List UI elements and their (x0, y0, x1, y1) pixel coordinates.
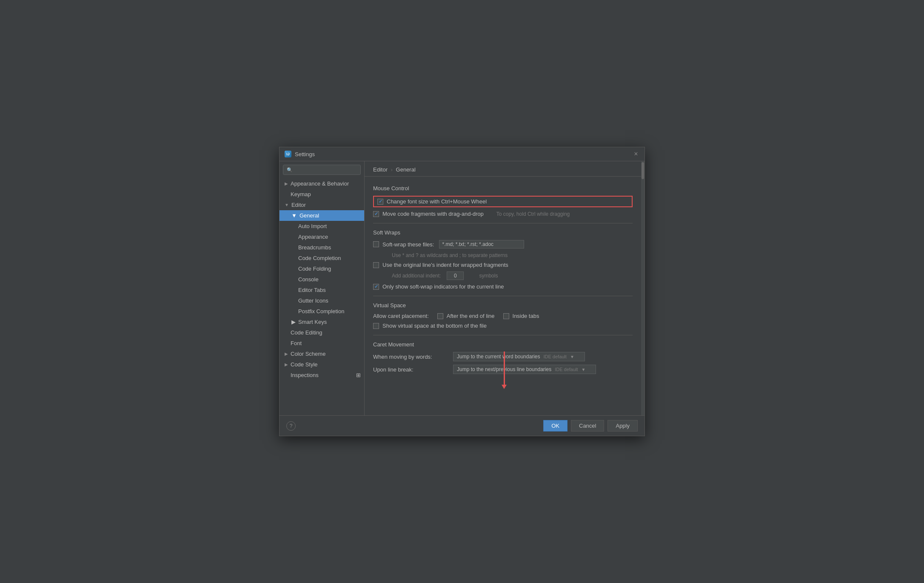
sidebar-item-label: Editor (291, 202, 306, 208)
checkbox-change-font-size[interactable] (377, 199, 383, 205)
title-bar-left: IJ Settings (285, 151, 315, 157)
hint-text-soft-wrap: Use * and ? as wildcards and ; to separa… (392, 252, 508, 258)
sidebar-item-code-style[interactable]: ▶ Code Style (279, 359, 364, 370)
chevron-right-icon: ▶ (285, 352, 288, 356)
sidebar-item-inspections[interactable]: Inspections ⊞ (279, 370, 364, 380)
scrollbar[interactable] (641, 161, 645, 415)
checkbox-move-code-fragments[interactable] (373, 211, 379, 217)
section-title-soft-wraps: Soft Wraps (373, 229, 633, 236)
sidebar-item-font[interactable]: Font (279, 338, 364, 349)
sidebar-item-label: Code Folding (298, 266, 331, 272)
option-move-code-fragments: Move code fragments with drag-and-drop T… (373, 211, 633, 217)
search-icon: 🔍 (287, 167, 293, 173)
dialog-title: Settings (295, 151, 315, 157)
close-button[interactable]: × (633, 151, 639, 157)
sidebar-item-color-scheme[interactable]: ▶ Color Scheme (279, 349, 364, 359)
sidebar-item-console[interactable]: Console (279, 274, 364, 285)
option-label-change-font-size: Change font size with Ctrl+Mouse Wheel (387, 198, 487, 205)
hint-soft-wrap: Use * and ? as wildcards and ; to separa… (382, 252, 633, 258)
footer-left: ? (286, 421, 296, 431)
checkbox-soft-wrap-indicators[interactable] (373, 284, 379, 290)
option-line-break: Upon line break: Jump to the next/previo… (373, 365, 633, 374)
dialog-body: 🔍 ▶ Appearance & Behavior Keymap ▼ Edito… (279, 161, 645, 415)
sidebar-item-breadcrumbs[interactable]: Breadcrumbs (279, 242, 364, 253)
sidebar-item-smart-keys[interactable]: ▶ Smart Keys (279, 317, 364, 327)
sidebar-item-label: Font (285, 340, 302, 346)
checkbox-virtual-space-bottom[interactable] (373, 323, 379, 329)
sidebar-item-code-folding[interactable]: Code Folding (279, 263, 364, 274)
sidebar-item-code-completion[interactable]: Code Completion (279, 253, 364, 263)
dropdown-arrow-icon-2: ▼ (582, 367, 586, 372)
label-symbols: symbols (479, 273, 498, 279)
content-area: Editor › General Mouse Control Change fo… (365, 161, 641, 415)
checkbox-original-indent[interactable] (373, 262, 379, 268)
soft-wrap-files-input[interactable] (439, 240, 524, 249)
sidebar-item-label: Appearance (298, 234, 328, 240)
option-caret-placement: Allow caret placement: After the end of … (373, 313, 633, 319)
sidebar-item-postfix-completion[interactable]: Postfix Completion (279, 306, 364, 317)
option-soft-wrap-indicators: Only show soft-wrap indicators for the c… (373, 283, 633, 290)
label-caret-placement: Allow caret placement: (373, 313, 429, 319)
option-moving-by-words: When moving by words: Jump to the curren… (373, 352, 633, 361)
checkbox-soft-wrap-files[interactable] (373, 241, 379, 247)
sidebar-item-label: General (299, 212, 319, 219)
app-icon: IJ (285, 151, 291, 157)
content-header: Editor › General (365, 161, 641, 177)
dropdown-line-break[interactable]: Jump to the next/previous line boundarie… (453, 365, 596, 374)
breadcrumb-parent: Editor (373, 166, 388, 173)
option-soft-wrap-files: Soft-wrap these files: (373, 240, 633, 249)
scroll-thumb[interactable] (642, 162, 644, 179)
sidebar-item-keymap[interactable]: Keymap (279, 189, 364, 200)
option-label-soft-wrap-indicators: Only show soft-wrap indicators for the c… (382, 283, 504, 290)
sidebar-item-label: Code Editing (285, 329, 322, 336)
sidebar-item-label: Gutter Icons (298, 297, 328, 304)
help-button[interactable]: ? (286, 421, 296, 431)
ok-button[interactable]: OK (543, 420, 568, 432)
sidebar-item-label: Code Style (291, 361, 318, 368)
option-virtual-space-bottom: Show virtual space at the bottom of the … (373, 323, 633, 329)
search-box[interactable]: 🔍 (283, 165, 361, 175)
breadcrumb-separator: › (391, 166, 393, 173)
sidebar-item-label: Postfix Completion (298, 308, 344, 314)
dropdown-hint-line-break: IDE default (555, 367, 578, 372)
hint-move-code-fragments: To copy, hold Ctrl while dragging (496, 211, 570, 217)
option-label-virtual-space-bottom: Show virtual space at the bottom of the … (382, 323, 487, 329)
chevron-down-icon: ▼ (291, 212, 297, 219)
sidebar-item-label: Smart Keys (298, 319, 327, 325)
sidebar-item-code-editing[interactable]: Code Editing (279, 327, 364, 338)
sidebar-item-label: Color Scheme (291, 351, 325, 357)
chevron-right-icon: ▶ (285, 181, 288, 186)
sidebar-item-label: Console (298, 276, 319, 283)
additional-indent-input[interactable] (447, 271, 464, 280)
footer-right: OK Cancel Apply (543, 420, 638, 432)
option-original-indent: Use the original line's indent for wrapp… (373, 262, 633, 268)
sidebar-item-gutter-icons[interactable]: Gutter Icons (279, 295, 364, 306)
content-scroll: Mouse Control Change font size with Ctrl… (365, 177, 641, 415)
sidebar-item-appearance-behavior[interactable]: ▶ Appearance & Behavior (279, 178, 364, 189)
sidebar: 🔍 ▶ Appearance & Behavior Keymap ▼ Edito… (279, 161, 365, 415)
sidebar-item-label: Editor Tabs (298, 287, 326, 293)
dropdown-arrow-icon: ▼ (570, 354, 574, 359)
breadcrumb-current: General (396, 166, 416, 173)
chevron-right-icon: ▶ (291, 319, 296, 325)
dropdown-moving-by-words[interactable]: Jump to the current word boundaries IDE … (453, 352, 585, 361)
sidebar-item-appearance[interactable]: Appearance (279, 231, 364, 242)
breadcrumb: Editor › General (373, 166, 633, 173)
sidebar-item-label: Auto Import (298, 223, 327, 229)
sidebar-item-label: Keymap (285, 191, 311, 197)
checkbox-after-end-of-line[interactable] (437, 313, 443, 319)
option-change-font-size: Change font size with Ctrl+Mouse Wheel (373, 196, 633, 207)
cancel-button[interactable]: Cancel (571, 420, 604, 432)
option-label-original-indent: Use the original line's indent for wrapp… (382, 262, 508, 268)
sidebar-item-editor[interactable]: ▼ Editor (279, 200, 364, 210)
sidebar-item-editor-tabs[interactable]: Editor Tabs (279, 285, 364, 295)
search-input[interactable] (295, 167, 357, 173)
sidebar-item-auto-import[interactable]: Auto Import (279, 221, 364, 231)
inspections-icon: ⊞ (356, 372, 361, 378)
sidebar-item-general[interactable]: ▼ General (279, 210, 364, 221)
apply-button[interactable]: Apply (607, 420, 638, 432)
label-additional-indent: Add additional indent: (392, 273, 441, 279)
chevron-down-icon: ▼ (285, 203, 289, 207)
checkbox-inside-tabs[interactable] (503, 313, 509, 319)
dialog-footer: ? OK Cancel Apply (279, 415, 645, 436)
